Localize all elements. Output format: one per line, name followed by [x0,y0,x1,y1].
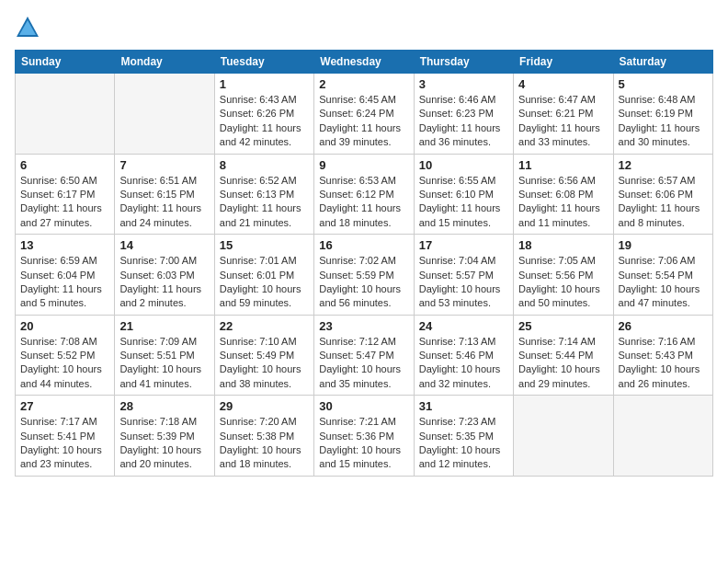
day-info: Sunrise: 7:23 AMSunset: 5:35 PMDaylight:… [419,415,508,472]
day-cell: 29Sunrise: 7:20 AMSunset: 5:38 PMDayligh… [214,396,313,477]
day-info: Sunrise: 7:04 AMSunset: 5:57 PMDaylight:… [419,254,508,311]
day-number: 18 [518,238,608,252]
day-info: Sunrise: 6:55 AMSunset: 6:10 PMDaylight:… [419,174,508,231]
day-info: Sunrise: 6:46 AMSunset: 6:23 PMDaylight:… [419,93,508,150]
day-cell: 15Sunrise: 7:01 AMSunset: 6:01 PMDayligh… [214,235,313,316]
week-row-5: 27Sunrise: 7:17 AMSunset: 5:41 PMDayligh… [16,396,713,477]
day-number: 13 [20,238,109,252]
day-info: Sunrise: 7:14 AMSunset: 5:44 PMDaylight:… [518,335,608,392]
day-cell: 21Sunrise: 7:09 AMSunset: 5:51 PMDayligh… [115,315,214,396]
day-cell [613,396,712,477]
day-number: 11 [518,158,608,172]
day-number: 22 [220,319,309,333]
day-info: Sunrise: 7:08 AMSunset: 5:52 PMDaylight:… [20,335,109,392]
day-cell: 20Sunrise: 7:08 AMSunset: 5:52 PMDayligh… [16,315,115,396]
day-info: Sunrise: 6:43 AMSunset: 6:26 PMDaylight:… [220,93,309,150]
week-row-1: 1Sunrise: 6:43 AMSunset: 6:26 PMDaylight… [16,74,713,155]
day-info: Sunrise: 7:18 AMSunset: 5:39 PMDaylight:… [119,415,209,472]
day-cell: 30Sunrise: 7:21 AMSunset: 5:36 PMDayligh… [314,396,414,477]
day-info: Sunrise: 6:59 AMSunset: 6:04 PMDaylight:… [20,254,109,311]
day-info: Sunrise: 7:05 AMSunset: 5:56 PMDaylight:… [518,254,608,311]
day-info: Sunrise: 7:02 AMSunset: 5:59 PMDaylight:… [319,254,408,311]
day-number: 27 [20,399,109,413]
day-cell: 13Sunrise: 6:59 AMSunset: 6:04 PMDayligh… [16,235,115,316]
day-number: 5 [619,77,708,91]
week-row-2: 6Sunrise: 6:50 AMSunset: 6:17 PMDaylight… [16,154,713,235]
day-cell [514,396,613,477]
day-cell: 28Sunrise: 7:18 AMSunset: 5:39 PMDayligh… [115,396,214,477]
day-cell: 16Sunrise: 7:02 AMSunset: 5:59 PMDayligh… [314,235,414,316]
day-number: 25 [518,319,608,333]
day-cell: 25Sunrise: 7:14 AMSunset: 5:44 PMDayligh… [514,315,613,396]
weekday-header-thursday: Thursday [414,51,513,74]
day-cell [16,74,115,155]
day-number: 23 [319,319,408,333]
day-info: Sunrise: 7:01 AMSunset: 6:01 PMDaylight:… [220,254,309,311]
day-cell: 14Sunrise: 7:00 AMSunset: 6:03 PMDayligh… [115,235,214,316]
day-number: 10 [419,158,508,172]
day-number: 3 [419,77,508,91]
day-info: Sunrise: 7:10 AMSunset: 5:49 PMDaylight:… [220,335,309,392]
day-number: 8 [220,158,309,172]
day-cell: 22Sunrise: 7:10 AMSunset: 5:49 PMDayligh… [214,315,313,396]
day-cell: 24Sunrise: 7:13 AMSunset: 5:46 PMDayligh… [414,315,513,396]
day-info: Sunrise: 6:56 AMSunset: 6:08 PMDaylight:… [518,174,608,231]
day-number: 24 [419,319,508,333]
day-cell: 31Sunrise: 7:23 AMSunset: 5:35 PMDayligh… [414,396,513,477]
day-number: 12 [619,158,708,172]
day-number: 6 [20,158,109,172]
day-cell: 4Sunrise: 6:47 AMSunset: 6:21 PMDaylight… [514,74,613,155]
logo [15,15,44,40]
day-number: 31 [419,399,508,413]
day-cell: 18Sunrise: 7:05 AMSunset: 5:56 PMDayligh… [514,235,613,316]
day-info: Sunrise: 6:48 AMSunset: 6:19 PMDaylight:… [619,93,708,150]
day-info: Sunrise: 6:45 AMSunset: 6:24 PMDaylight:… [319,93,408,150]
page-header [15,15,713,40]
weekday-header-wednesday: Wednesday [314,51,414,74]
day-number: 14 [119,238,209,252]
day-number: 16 [319,238,408,252]
weekday-header-tuesday: Tuesday [214,51,313,74]
day-info: Sunrise: 6:51 AMSunset: 6:15 PMDaylight:… [119,174,209,231]
day-cell: 2Sunrise: 6:45 AMSunset: 6:24 PMDaylight… [314,74,414,155]
day-cell: 27Sunrise: 7:17 AMSunset: 5:41 PMDayligh… [16,396,115,477]
day-info: Sunrise: 7:21 AMSunset: 5:36 PMDaylight:… [319,415,408,472]
day-info: Sunrise: 6:52 AMSunset: 6:13 PMDaylight:… [220,174,309,231]
day-cell: 6Sunrise: 6:50 AMSunset: 6:17 PMDaylight… [16,154,115,235]
day-cell: 17Sunrise: 7:04 AMSunset: 5:57 PMDayligh… [414,235,513,316]
day-number: 15 [220,238,309,252]
day-info: Sunrise: 7:17 AMSunset: 5:41 PMDaylight:… [20,415,109,472]
logo-icon [15,15,40,40]
day-number: 9 [319,158,408,172]
weekday-header-sunday: Sunday [16,51,115,74]
day-number: 1 [220,77,309,91]
day-info: Sunrise: 6:57 AMSunset: 6:06 PMDaylight:… [619,174,708,231]
day-cell: 3Sunrise: 6:46 AMSunset: 6:23 PMDaylight… [414,74,513,155]
day-info: Sunrise: 7:20 AMSunset: 5:38 PMDaylight:… [220,415,309,472]
day-cell: 26Sunrise: 7:16 AMSunset: 5:43 PMDayligh… [613,315,712,396]
day-cell: 19Sunrise: 7:06 AMSunset: 5:54 PMDayligh… [613,235,712,316]
day-cell: 8Sunrise: 6:52 AMSunset: 6:13 PMDaylight… [214,154,313,235]
day-number: 20 [20,319,109,333]
day-info: Sunrise: 6:50 AMSunset: 6:17 PMDaylight:… [20,174,109,231]
day-cell: 23Sunrise: 7:12 AMSunset: 5:47 PMDayligh… [314,315,414,396]
week-row-3: 13Sunrise: 6:59 AMSunset: 6:04 PMDayligh… [16,235,713,316]
day-cell: 12Sunrise: 6:57 AMSunset: 6:06 PMDayligh… [613,154,712,235]
day-number: 30 [319,399,408,413]
day-number: 29 [220,399,309,413]
weekday-header-monday: Monday [115,51,214,74]
day-cell: 1Sunrise: 6:43 AMSunset: 6:26 PMDaylight… [214,74,313,155]
day-info: Sunrise: 6:53 AMSunset: 6:12 PMDaylight:… [319,174,408,231]
day-info: Sunrise: 6:47 AMSunset: 6:21 PMDaylight:… [518,93,608,150]
day-info: Sunrise: 7:00 AMSunset: 6:03 PMDaylight:… [119,254,209,311]
day-info: Sunrise: 7:16 AMSunset: 5:43 PMDaylight:… [619,335,708,392]
day-info: Sunrise: 7:09 AMSunset: 5:51 PMDaylight:… [119,335,209,392]
day-info: Sunrise: 7:12 AMSunset: 5:47 PMDaylight:… [319,335,408,392]
calendar-table: SundayMondayTuesdayWednesdayThursdayFrid… [15,50,713,477]
day-number: 4 [518,77,608,91]
day-cell: 10Sunrise: 6:55 AMSunset: 6:10 PMDayligh… [414,154,513,235]
day-number: 21 [119,319,209,333]
day-number: 7 [119,158,209,172]
day-number: 2 [319,77,408,91]
day-cell: 9Sunrise: 6:53 AMSunset: 6:12 PMDaylight… [314,154,414,235]
